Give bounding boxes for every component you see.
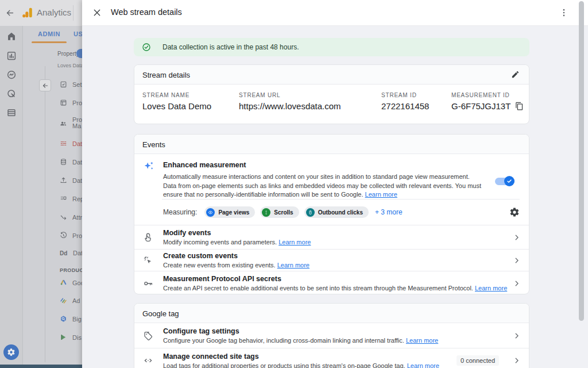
- stream-details-card: Stream details STREAM NAME Loves Data De…: [134, 64, 529, 124]
- sidebar-item-data-streams[interactable]: Dat: [60, 140, 82, 147]
- modify-events-row[interactable]: Modify events Modify incoming events and…: [134, 225, 529, 249]
- chevron-right-icon[interactable]: [513, 332, 521, 340]
- field-stream-url: STREAM URL https://www.lovesdata.com: [239, 92, 341, 111]
- sidebar-item-attribution[interactable]: Attr: [60, 213, 82, 221]
- chevron-right-icon[interactable]: [513, 256, 521, 264]
- dd-icon: Dd: [60, 250, 68, 256]
- field-stream-id: STREAM ID 2722161458: [381, 92, 429, 111]
- stream-details-header: Stream details: [134, 65, 529, 85]
- sidebar-item-reporting-identity[interactable]: Rep: [60, 195, 84, 202]
- reports-icon[interactable]: [6, 51, 17, 61]
- create-custom-events-row[interactable]: Create custom events Create new events f…: [134, 249, 529, 271]
- library-icon[interactable]: [6, 108, 17, 118]
- check-circle-icon: [142, 43, 151, 52]
- property-selector-button[interactable]: [76, 49, 82, 58]
- enhanced-learn-more-link[interactable]: Learn more: [365, 191, 397, 198]
- sidebar-item-property-settings[interactable]: Pro: [60, 99, 82, 106]
- edit-pencil-icon[interactable]: [511, 70, 520, 79]
- home-icon[interactable]: [6, 31, 17, 41]
- chip-page-views[interactable]: Page views: [204, 206, 255, 218]
- close-icon[interactable]: [92, 8, 102, 17]
- toggle-thumb: [504, 176, 514, 186]
- google-tag-title: Google tag: [142, 309, 179, 318]
- cursor-spark-icon: [143, 255, 153, 266]
- sidebar-item-bigquery[interactable]: Big: [60, 315, 82, 323]
- scrolls-icon: [262, 208, 270, 217]
- chip-outbound-clicks[interactable]: Outbound clicks: [304, 206, 369, 218]
- tab-admin-underline: [32, 41, 67, 43]
- measurement-protocol-row[interactable]: Measurement Protocol API secrets Create …: [134, 271, 529, 294]
- chevron-right-icon[interactable]: [513, 356, 521, 365]
- analytics-logo-icon[interactable]: [21, 6, 34, 19]
- sidebar-item-data-deletion[interactable]: Dd Dat: [60, 250, 83, 256]
- field-measurement-id: MEASUREMENT ID G-6F75JGJ13T: [451, 92, 524, 111]
- sidebar-item-change-history[interactable]: Pro: [60, 232, 82, 239]
- admin-divider: [45, 66, 45, 362]
- measurement-protocol-learn-more[interactable]: Learn more: [475, 285, 507, 292]
- events-title: Events: [142, 140, 165, 149]
- tab-admin[interactable]: ADMIN: [38, 30, 60, 37]
- web-stream-details-dialog: Web stream details Data collection is ac…: [82, 0, 588, 368]
- google-tag-header: Google tag: [134, 304, 529, 323]
- scrollbar-thumb[interactable]: [579, 1, 584, 321]
- chevron-right-icon[interactable]: [513, 279, 521, 288]
- tag-icon: [143, 331, 153, 341]
- events-header: Events: [134, 135, 529, 154]
- sidebar-item-data-settings[interactable]: Dat: [60, 158, 82, 166]
- app-title: Analytics: [37, 7, 71, 17]
- measurement-id-value: G-6F75JGJ13T: [451, 101, 510, 111]
- copy-icon[interactable]: [515, 102, 524, 110]
- enhanced-measurement-title: Enhanced measurement: [163, 161, 246, 169]
- chevron-right-icon[interactable]: [513, 233, 521, 241]
- create-custom-events-learn-more[interactable]: Learn more: [277, 262, 310, 269]
- status-banner: Data collection is active in the past 48…: [134, 38, 529, 56]
- events-card: Events Enhanced measurement Automaticall…: [134, 134, 529, 294]
- admin-gear-fab[interactable]: [3, 344, 19, 360]
- collapse-nav-button[interactable]: [39, 79, 51, 91]
- pageviews-icon: [206, 208, 215, 217]
- manage-tags-learn-more[interactable]: Learn more: [407, 362, 439, 368]
- page-title: Web stream details: [111, 7, 182, 17]
- code-icon: [143, 355, 153, 366]
- more-chips-link[interactable]: + 3 more: [375, 208, 403, 216]
- measuring-row: Measuring: Page views Scrolls: [163, 200, 520, 225]
- sidebar-item-access-management[interactable]: Pro Ma: [60, 117, 85, 129]
- enhanced-measurement-toggle[interactable]: [495, 176, 514, 186]
- measuring-label: Measuring:: [163, 208, 197, 216]
- explore-icon[interactable]: [6, 70, 17, 80]
- field-stream-name: STREAM NAME Loves Data Demo: [142, 92, 211, 111]
- enhanced-measurement-description: Automatically measure interactions and c…: [163, 172, 495, 200]
- sidebar-item-display-video[interactable]: Dis: [60, 334, 82, 341]
- more-options-icon[interactable]: [559, 7, 569, 18]
- sparkle-icon: [144, 160, 154, 171]
- touch-icon: [143, 232, 153, 243]
- browser-back-icon[interactable]: [5, 8, 15, 18]
- connected-count-badge: 0 connected: [457, 355, 499, 366]
- stream-details-title: Stream details: [142, 71, 190, 79]
- sidebar-item-setup[interactable]: Set: [60, 80, 82, 88]
- bottom-bar: [0, 365, 82, 368]
- chip-scrolls[interactable]: Scrolls: [260, 206, 299, 218]
- measurement-settings-gear-icon[interactable]: [509, 207, 520, 217]
- dialog-header: Web stream details: [82, 0, 588, 26]
- ga-background: Analytics ADMIN US Property Loves Data |…: [0, 0, 82, 368]
- configure-tag-learn-more[interactable]: Learn more: [406, 337, 438, 344]
- sidebar-item-adsense[interactable]: Ad: [60, 297, 80, 304]
- key-icon: [143, 278, 153, 289]
- tab-user[interactable]: US: [74, 30, 83, 37]
- advertising-icon[interactable]: [6, 89, 17, 99]
- manage-connected-site-tags-row[interactable]: Manage connected site tags Load tags for…: [134, 348, 529, 368]
- sidebar-item-data-import[interactable]: Dat: [60, 177, 82, 184]
- topbar-divider: [73, 5, 74, 21]
- sidebar-item-google-ads[interactable]: Goo: [60, 279, 84, 286]
- status-banner-text: Data collection is active in the past 48…: [163, 43, 299, 51]
- modify-events-learn-more[interactable]: Learn more: [278, 239, 311, 246]
- configure-tag-settings-row[interactable]: Configure tag settings Configure your Go…: [134, 323, 529, 348]
- google-tag-card: Google tag Configure tag settings Config…: [134, 303, 529, 368]
- outbound-icon: [306, 208, 315, 217]
